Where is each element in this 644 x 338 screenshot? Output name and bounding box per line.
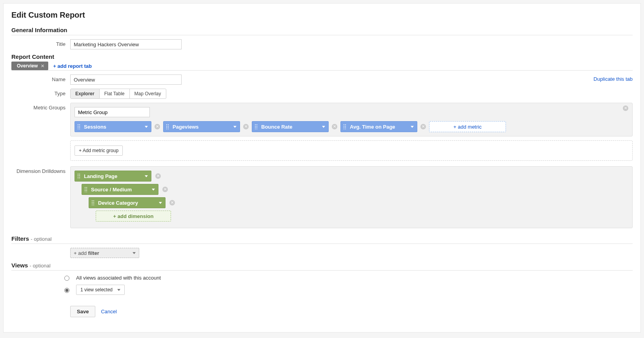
dimension-chip-label: Device Category bbox=[98, 200, 156, 206]
drag-handle-icon[interactable] bbox=[91, 200, 95, 205]
metric-chip-pageviews[interactable]: Pageviews bbox=[163, 121, 240, 132]
view-selected-dropdown[interactable]: 1 view selected bbox=[76, 285, 125, 295]
metric-chip-label: Sessions bbox=[84, 124, 142, 130]
optional-label: - optional bbox=[31, 236, 51, 242]
chevron-down-icon bbox=[133, 252, 136, 254]
section-views: Views - optional bbox=[11, 262, 633, 269]
views-label: Views bbox=[11, 262, 28, 269]
metric-group-name-input[interactable] bbox=[75, 107, 150, 117]
metric-chip-bounce-rate[interactable]: Bounce Rate bbox=[252, 121, 329, 132]
cancel-link[interactable]: Cancel bbox=[101, 309, 116, 314]
divider bbox=[11, 270, 633, 271]
report-tab-overview[interactable]: Overview ✕ bbox=[11, 62, 48, 70]
views-all-label: All views associated with this account bbox=[76, 275, 161, 281]
add-metric-group-button[interactable]: + Add metric group bbox=[75, 145, 123, 156]
drag-handle-icon[interactable] bbox=[343, 124, 347, 129]
type-toggle-group: Explorer Flat Table Map Overlay bbox=[70, 89, 166, 99]
metric-chip-avg-time[interactable]: Avg. Time on Page bbox=[340, 121, 417, 132]
view-selected-label: 1 view selected bbox=[80, 287, 113, 293]
divider bbox=[11, 35, 633, 35]
add-dimension-button[interactable]: + add dimension bbox=[96, 211, 171, 222]
filters-label: Filters bbox=[11, 235, 29, 242]
section-report-content: Report Content bbox=[11, 53, 633, 60]
title-label: Title bbox=[11, 39, 70, 49]
remove-metric-icon[interactable]: ✕ bbox=[243, 124, 249, 129]
metric-group-panel: ✕ Sessions ✕ Pageviews bbox=[70, 103, 633, 136]
drag-handle-icon[interactable] bbox=[255, 124, 258, 129]
views-selected-radio[interactable] bbox=[64, 288, 69, 293]
drag-handle-icon[interactable] bbox=[77, 173, 81, 179]
chevron-down-icon bbox=[152, 189, 155, 191]
save-button[interactable]: Save bbox=[70, 306, 95, 317]
metric-groups-label: Metric Groups bbox=[11, 103, 70, 113]
duplicate-tab-link[interactable]: Duplicate this tab bbox=[593, 76, 633, 82]
name-label: Name bbox=[11, 75, 70, 85]
dimension-drilldowns-label: Dimension Drilldowns bbox=[11, 166, 70, 176]
dimension-chip-source-medium[interactable]: Source / Medium bbox=[82, 184, 158, 195]
dimension-chip-label: Source / Medium bbox=[91, 187, 149, 193]
type-map-overlay-button[interactable]: Map Overlay bbox=[130, 89, 166, 99]
section-general-information: General Information bbox=[11, 27, 633, 33]
remove-dimension-icon[interactable]: ✕ bbox=[169, 200, 175, 205]
add-metric-button[interactable]: + add metric bbox=[429, 121, 506, 132]
dimension-panel: Landing Page ✕ Source / Medium ✕ bbox=[70, 166, 633, 228]
remove-metric-group-icon[interactable]: ✕ bbox=[623, 105, 628, 111]
optional-label: - optional bbox=[29, 263, 50, 269]
drag-handle-icon[interactable] bbox=[84, 187, 88, 192]
chevron-down-icon bbox=[159, 202, 162, 204]
divider bbox=[11, 244, 633, 244]
metric-chip-label: Avg. Time on Page bbox=[350, 124, 408, 130]
add-metric-group-panel: + Add metric group bbox=[70, 140, 633, 161]
chevron-down-icon bbox=[145, 175, 148, 177]
add-filter-dropdown[interactable]: + add filter bbox=[70, 248, 139, 258]
type-flat-table-button[interactable]: Flat Table bbox=[100, 89, 130, 99]
type-explorer-button[interactable]: Explorer bbox=[70, 89, 100, 99]
remove-metric-icon[interactable]: ✕ bbox=[155, 124, 160, 129]
title-input[interactable] bbox=[70, 39, 182, 49]
page-title: Edit Custom Report bbox=[11, 11, 633, 20]
chevron-down-icon bbox=[322, 126, 325, 128]
page-container: Edit Custom Report General Information T… bbox=[3, 3, 641, 333]
dimension-chip-landing-page[interactable]: Landing Page bbox=[75, 171, 151, 182]
section-filters: Filters - optional bbox=[11, 235, 633, 242]
actions-row: Save Cancel bbox=[70, 306, 633, 317]
chevron-down-icon bbox=[411, 126, 414, 128]
remove-dimension-icon[interactable]: ✕ bbox=[162, 187, 168, 192]
drag-handle-icon[interactable] bbox=[166, 124, 169, 129]
type-label: Type bbox=[11, 89, 70, 99]
dimension-chip-label: Landing Page bbox=[84, 173, 142, 179]
metric-chip-label: Pageviews bbox=[173, 124, 231, 130]
add-filter-label: + add filter bbox=[74, 250, 99, 256]
dimension-chip-device-category[interactable]: Device Category bbox=[89, 197, 166, 208]
views-all-radio[interactable] bbox=[64, 276, 69, 281]
metric-chip-label: Bounce Rate bbox=[261, 124, 320, 130]
drag-handle-icon[interactable] bbox=[77, 124, 81, 129]
remove-dimension-icon[interactable]: ✕ bbox=[155, 173, 161, 179]
close-icon[interactable]: ✕ bbox=[41, 64, 44, 69]
report-tab-label: Overview bbox=[17, 63, 38, 69]
add-report-tab-link[interactable]: + add report tab bbox=[53, 63, 92, 69]
chevron-down-icon bbox=[145, 126, 148, 128]
metric-chip-sessions[interactable]: Sessions bbox=[75, 121, 151, 132]
tab-name-input[interactable] bbox=[70, 75, 182, 85]
metric-chips-row: Sessions ✕ Pageviews ✕ bbox=[75, 121, 628, 132]
chevron-down-icon bbox=[117, 289, 120, 291]
chevron-down-icon bbox=[233, 126, 236, 128]
remove-metric-icon[interactable]: ✕ bbox=[420, 124, 426, 129]
remove-metric-icon[interactable]: ✕ bbox=[332, 124, 337, 129]
